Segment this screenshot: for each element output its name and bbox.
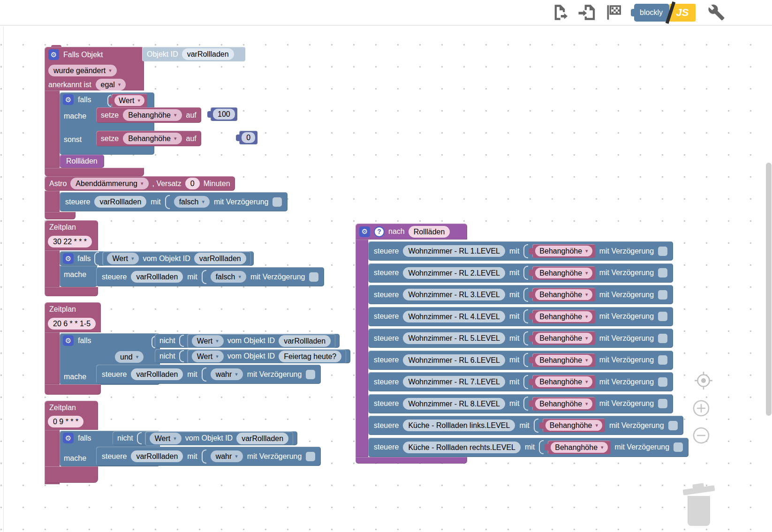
- variable-value-block[interactable]: Behanghöhe▾: [532, 244, 595, 258]
- cron-field[interactable]: 30 22 * * *: [48, 236, 92, 247]
- delay-checkbox[interactable]: [306, 452, 315, 461]
- block-wert-vom-objekt[interactable]: Wert▾ vom Objekt ID varRollladen: [103, 252, 250, 265]
- versatz-field[interactable]: 0: [185, 178, 200, 189]
- object-id-field[interactable]: Wohnzimmer - RL 2.LEVEL: [403, 267, 505, 279]
- object-id-field[interactable]: Küche - Rollladen links.LEVEL: [403, 420, 515, 431]
- block-falls-objekt[interactable]: ⚙ Falls Objekt wurde geändert▾ anerkannt…: [45, 47, 91, 60]
- wert-dropdown[interactable]: Wert▾: [192, 335, 224, 347]
- condition-value-block[interactable]: Wert▾: [112, 94, 147, 107]
- trigger-dropdown[interactable]: wurde geändert▾: [48, 65, 117, 76]
- block-steuere-row[interactable]: steuere Wohnzimmer - RL 6.LEVEL mit Beha…: [368, 351, 673, 370]
- variable-dropdown[interactable]: Behanghöhe▾: [535, 398, 592, 409]
- zoom-in-button[interactable]: [689, 397, 713, 420]
- delay-checkbox[interactable]: [658, 334, 667, 343]
- wert-dropdown[interactable]: Wert▾: [114, 95, 144, 106]
- delay-checkbox[interactable]: [658, 290, 667, 300]
- block-function-call[interactable]: Rollläden: [60, 155, 104, 168]
- trash-icon[interactable]: [676, 479, 721, 532]
- object-id-field[interactable]: Wohnzimmer - RL 4.LEVEL: [403, 311, 505, 322]
- variable-dropdown[interactable]: Behanghöhe▾: [551, 442, 607, 453]
- bool-dropdown[interactable]: falsch▾: [211, 271, 246, 283]
- function-header[interactable]: ⚙ ? nach Rollläden: [356, 224, 467, 240]
- gear-icon[interactable]: ⚙: [48, 49, 59, 60]
- block-if[interactable]: ⚙ falls Wert▾ vom Objekt ID varRollladen: [60, 251, 254, 266]
- gear-icon[interactable]: ⚙: [63, 335, 74, 346]
- object-id-field[interactable]: varRollladen: [94, 196, 146, 208]
- block-number-100[interactable]: 100: [211, 107, 237, 121]
- object-id-field[interactable]: Wohnzimmer - RL 1.LEVEL: [403, 245, 505, 257]
- cron-field[interactable]: 0 9 * * *: [48, 416, 83, 427]
- gear-icon[interactable]: ⚙: [63, 253, 74, 264]
- block-nicht[interactable]: nicht Wert▾ vom Objekt ID Feiertag heute…: [155, 349, 350, 363]
- block-nicht[interactable]: nicht Wert▾ vom Objekt ID varRollladen: [155, 334, 340, 348]
- variable-value-block[interactable]: Behanghöhe▾: [532, 397, 595, 411]
- bool-dropdown[interactable]: wahr▾: [211, 450, 243, 462]
- block-steuere-row[interactable]: steuere Wohnzimmer - RL 3.LEVEL mit Beha…: [368, 285, 673, 304]
- block-wert-vom-objekt[interactable]: Wert▾ vom Objekt ID varRollladen: [145, 432, 293, 445]
- block-steuere[interactable]: steuere varRollladen mit wahr▾ mit Verzö…: [96, 365, 321, 384]
- wert-dropdown[interactable]: Wert▾: [192, 351, 224, 362]
- variable-dropdown[interactable]: Behanghöhe▾: [535, 355, 592, 366]
- delay-checkbox[interactable]: [658, 355, 667, 365]
- import-blocks-icon[interactable]: [578, 4, 595, 21]
- block-steuere-row[interactable]: steuere Wohnzimmer - RL 7.LEVEL mit Beha…: [368, 372, 673, 391]
- export-blocks-icon[interactable]: [551, 4, 568, 21]
- variable-dropdown[interactable]: Behanghöhe▾: [535, 289, 592, 300]
- block-setze-then[interactable]: setze Behanghöhe▾ auf: [96, 107, 201, 123]
- help-icon[interactable]: ?: [374, 226, 385, 237]
- block-steuere-row[interactable]: steuere Küche - Rollladen links.LEVEL mi…: [368, 416, 683, 435]
- delay-checkbox[interactable]: [272, 197, 282, 207]
- variable-value-block[interactable]: Behanghöhe▾: [532, 375, 595, 389]
- wert-dropdown[interactable]: Wert▾: [107, 253, 139, 264]
- block-steuere-row[interactable]: steuere Wohnzimmer - RL 2.LEVEL mit Beha…: [368, 263, 673, 283]
- block-steuere-row[interactable]: steuere Wohnzimmer - RL 1.LEVEL mit Beha…: [368, 241, 673, 261]
- object-id-field[interactable]: varRollladen: [279, 335, 331, 347]
- wert-dropdown[interactable]: Wert▾: [150, 433, 182, 444]
- block-steuere-row[interactable]: steuere Küche - Rollladen rechts.LEVEL m…: [368, 438, 689, 457]
- settings-wrench-icon[interactable]: [708, 4, 725, 21]
- variable-dropdown[interactable]: Behanghöhe▾: [535, 376, 592, 387]
- block-steuere[interactable]: steuere varRollladen mit falsch▾ mit Ver…: [96, 267, 324, 286]
- block-nicht[interactable]: nicht Wert▾ vom Objekt ID varRollladen: [113, 431, 297, 445]
- astro-header[interactable]: Astro Abenddämmerung▾ , Versatz 0 Minute…: [45, 176, 235, 191]
- variable-value-block[interactable]: Behanghöhe▾: [532, 331, 595, 345]
- variable-value-block[interactable]: Behanghöhe▾: [532, 266, 595, 280]
- delay-checkbox[interactable]: [658, 377, 667, 387]
- variable-dropdown[interactable]: Behanghöhe▾: [123, 109, 182, 121]
- bool-dropdown[interactable]: falsch▾: [174, 196, 210, 208]
- variable-value-block[interactable]: Behanghöhe▾: [543, 419, 605, 432]
- number-field[interactable]: 0: [242, 132, 255, 143]
- object-id-field[interactable]: Wohnzimmer - RL 5.LEVEL: [403, 332, 505, 344]
- object-id-field[interactable]: Küche - Rollladen rechts.LEVEL: [403, 442, 521, 453]
- number-field[interactable]: 100: [213, 109, 235, 120]
- variable-value-block[interactable]: Behanghöhe▾: [548, 441, 610, 454]
- object-id-field[interactable]: varRollladen: [131, 271, 183, 283]
- block-steuere-row[interactable]: steuere Wohnzimmer - RL 4.LEVEL mit Beha…: [368, 307, 673, 326]
- object-id-field[interactable]: Wohnzimmer - RL 8.LEVEL: [403, 398, 505, 410]
- block-wert-vom-objekt[interactable]: Wert▾ vom Objekt ID Feiertag heute?: [188, 350, 346, 363]
- vertical-scrollbar[interactable]: [766, 163, 772, 416]
- zoom-out-button[interactable]: [689, 424, 713, 447]
- block-number-0[interactable]: 0: [239, 131, 257, 144]
- ack-dropdown[interactable]: egal▾: [96, 79, 126, 90]
- delay-checkbox[interactable]: [674, 442, 683, 452]
- variable-dropdown[interactable]: Behanghöhe▾: [545, 420, 602, 431]
- object-id-field[interactable]: Wohnzimmer - RL 3.LEVEL: [403, 289, 505, 300]
- object-id-field[interactable]: varRollladen: [131, 450, 183, 462]
- variable-dropdown[interactable]: Behanghöhe▾: [535, 246, 592, 256]
- delay-checkbox[interactable]: [658, 247, 667, 256]
- logic-operator-dropdown[interactable]: und▾: [115, 351, 144, 363]
- gear-icon[interactable]: ⚙: [63, 433, 74, 443]
- variable-dropdown[interactable]: Behanghöhe▾: [535, 333, 592, 344]
- delay-checkbox[interactable]: [309, 272, 318, 282]
- variable-dropdown[interactable]: Behanghöhe▾: [535, 268, 592, 278]
- variable-value-block[interactable]: Behanghöhe▾: [532, 310, 595, 323]
- variable-value-block[interactable]: Behanghöhe▾: [532, 353, 595, 367]
- blockly-js-toggle[interactable]: blockly JS: [634, 4, 696, 22]
- block-steuere[interactable]: steuere varRollladen mit wahr▾ mit Verzö…: [96, 447, 321, 466]
- check-blocks-flag-icon[interactable]: [605, 4, 622, 21]
- variable-dropdown[interactable]: Behanghöhe▾: [123, 133, 182, 144]
- delay-checkbox[interactable]: [658, 399, 667, 408]
- block-steuere-row[interactable]: steuere Wohnzimmer - RL 5.LEVEL mit Beha…: [368, 329, 673, 348]
- workspace[interactable]: ⚙ Falls Objekt wurde geändert▾ anerkannt…: [0, 27, 772, 532]
